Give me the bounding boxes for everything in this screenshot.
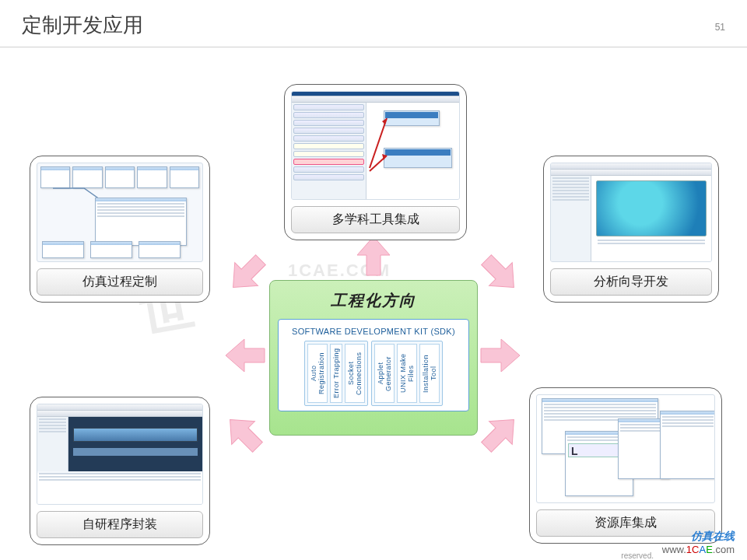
sdk-group-b: Applet Generator UNIX Make Files Install… [371,341,443,406]
slide-title: 定制开发应用 [22,12,725,39]
arrow-lower-left [223,412,266,456]
sdk-group-a: Auto Registration Error Trapping Socket … [304,341,368,406]
center-engineering-box: 工程化方向 SOFTWARE DEVELOPMENT KIT (SDK) Aut… [269,280,478,436]
sdk-item: Auto Registration [307,344,328,403]
card-label: 自研程序封装 [37,511,203,538]
card-simulation-process-customization: 仿真过程定制 [30,156,210,303]
sdk-item: Installation Tool [419,344,440,403]
arrow-upper-left [226,251,269,295]
arrow-lower-right [478,412,521,456]
header-divider [0,47,747,47]
watermark-url: www.1CAE.com [662,544,735,555]
sdk-columns: Auto Registration Error Trapping Socket … [283,341,464,406]
footer-reserved: reserved. [621,551,654,560]
svg-marker-0 [357,236,390,275]
card-inhouse-program-packaging: 自研程序封装 [30,397,210,545]
arrow-upper-right [478,251,521,295]
arrow-right [478,336,521,375]
svg-line-7 [370,118,387,168]
card-resource-library-integration: L 资源库集成 [529,387,722,544]
card-multidiscipline-integration: 多学科工具集成 [284,84,467,240]
arrow-left [224,336,268,375]
card-label: 仿真过程定制 [37,268,203,296]
center-title: 工程化方向 [278,290,469,311]
sdk-title: SOFTWARE DEVELOPMENT KIT (SDK) [283,324,464,341]
svg-marker-5 [223,412,266,456]
svg-marker-3 [226,251,269,295]
card-label: 分析向导开发 [550,268,712,296]
slide-header: 定制开发应用 51 [0,0,747,47]
sdk-box: SOFTWARE DEVELOPMENT KIT (SDK) Auto Regi… [278,319,469,411]
page-number: 51 [715,22,725,33]
thumbnail-resource-library: L [536,394,715,503]
watermark-cn: 仿真在线 [662,530,735,544]
sdk-item: Error Trapping [330,344,342,403]
sdk-item: UNIX Make Files [397,344,417,403]
thumbnail-analysis [550,163,712,262]
svg-marker-6 [478,412,521,456]
sdk-item: Applet Generator [374,344,395,403]
thumbnail-workbench [291,91,460,200]
arrow-up [354,235,393,278]
thumbnail-inhouse [37,404,203,505]
card-label: 多学科工具集成 [291,206,460,233]
card-analysis-wizard-dev: 分析向导开发 [543,156,719,303]
svg-marker-2 [226,339,265,372]
svg-marker-4 [478,251,521,295]
thumbnail-process [37,163,203,262]
site-watermark: 仿真在线 www.1CAE.com [662,530,735,555]
sdk-item: Socket Connections [345,344,365,403]
svg-marker-1 [481,339,520,372]
